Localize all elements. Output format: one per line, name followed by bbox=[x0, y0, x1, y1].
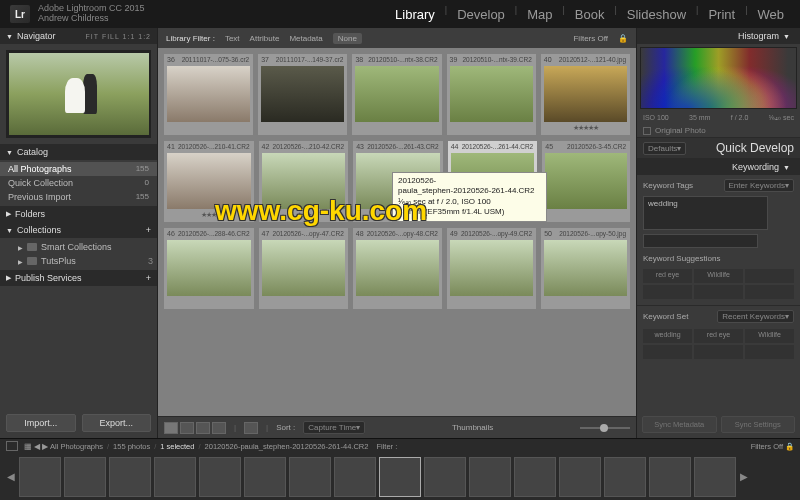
keyword-tags-select[interactable]: Enter Keywords▾ bbox=[724, 179, 794, 192]
filters-off-label[interactable]: Filters Off bbox=[573, 34, 608, 43]
cell-thumbnail[interactable] bbox=[261, 66, 344, 122]
navigator-zoom-controls[interactable]: FIT FILL 1:1 1:2 bbox=[86, 33, 151, 40]
grid-cell[interactable]: 4720120526-...opy-47.CR2 bbox=[259, 228, 348, 309]
keywording-header[interactable]: Keywording ▼ bbox=[637, 159, 800, 175]
cell-rating[interactable]: ★★★ bbox=[261, 210, 347, 220]
back-icon[interactable]: ◀ bbox=[34, 442, 40, 451]
keyword-add-input[interactable] bbox=[643, 234, 758, 248]
filmstrip-filters-off[interactable]: Filters Off bbox=[751, 442, 783, 451]
grid-cell[interactable]: 4520120526-3-45.CR2 bbox=[542, 141, 630, 222]
module-print[interactable]: Print bbox=[702, 5, 741, 24]
thumbnail-grid[interactable]: 3620111017-...075-36.cr23720111017-...14… bbox=[158, 48, 636, 416]
filmstrip-thumb[interactable] bbox=[559, 457, 601, 497]
filmstrip-thumb[interactable] bbox=[244, 457, 286, 497]
lock-icon[interactable]: 🔒 bbox=[618, 34, 628, 43]
grid-cell[interactable]: 4920120526-...opy-49.CR2 bbox=[447, 228, 536, 309]
cell-rating[interactable] bbox=[166, 123, 251, 133]
export-button[interactable]: Export... bbox=[82, 414, 152, 432]
cell-thumbnail[interactable] bbox=[356, 240, 439, 296]
filmstrip-thumb[interactable] bbox=[469, 457, 511, 497]
plus-icon[interactable]: + bbox=[146, 273, 151, 283]
filmstrip-thumb[interactable] bbox=[514, 457, 556, 497]
keyword-suggestion[interactable] bbox=[694, 285, 743, 299]
loupe-view-icon[interactable] bbox=[180, 422, 194, 434]
grid-cell[interactable]: 3620111017-...075-36.cr2 bbox=[164, 54, 253, 135]
cell-thumbnail[interactable] bbox=[355, 66, 438, 122]
checkbox-icon[interactable] bbox=[643, 127, 651, 135]
publish-header[interactable]: ▶ Publish Services + bbox=[0, 270, 157, 286]
module-develop[interactable]: Develop bbox=[451, 5, 511, 24]
sort-select[interactable]: Capture Time▾ bbox=[303, 421, 365, 434]
cell-rating[interactable] bbox=[354, 123, 439, 133]
collection-tutsplus[interactable]: ▶ TutsPlus 3 bbox=[14, 254, 157, 268]
cell-rating[interactable] bbox=[260, 123, 345, 133]
quick-develop-label[interactable]: Quick Develop bbox=[716, 141, 794, 155]
histogram[interactable] bbox=[640, 47, 797, 109]
keyword-set-item[interactable] bbox=[643, 345, 692, 359]
sync-settings-button[interactable]: Sync Settings bbox=[721, 416, 796, 433]
cell-rating[interactable] bbox=[449, 297, 534, 307]
cell-thumbnail[interactable] bbox=[262, 153, 346, 209]
cell-thumbnail[interactable] bbox=[544, 66, 627, 122]
collections-header[interactable]: ▼ Collections + bbox=[0, 222, 157, 238]
cell-thumbnail[interactable] bbox=[450, 66, 533, 122]
defaults-select[interactable]: Defaults▾ bbox=[643, 142, 686, 155]
filmstrip-thumb[interactable] bbox=[379, 457, 421, 497]
filmstrip-thumb[interactable] bbox=[694, 457, 736, 497]
filmstrip-thumbs[interactable]: ◀ ▶ bbox=[0, 453, 800, 500]
sync-metadata-button[interactable]: Sync Metadata bbox=[642, 416, 717, 433]
keyword-set-item[interactable]: wedding bbox=[643, 329, 692, 343]
filmstrip-thumb[interactable] bbox=[604, 457, 646, 497]
cell-rating[interactable]: ★★★ bbox=[166, 210, 252, 220]
lock-icon[interactable]: 🔒 bbox=[785, 442, 794, 451]
histogram-header[interactable]: Histogram ▼ bbox=[637, 28, 800, 44]
module-web[interactable]: Web bbox=[752, 5, 791, 24]
grid-cell[interactable]: 4620120526-...288-46.CR2 bbox=[164, 228, 254, 309]
forward-icon[interactable]: ▶ bbox=[42, 442, 48, 451]
cell-rating[interactable] bbox=[449, 123, 534, 133]
catalog-item-all[interactable]: All Photographs 155 bbox=[0, 162, 157, 176]
keyword-suggestion[interactable]: red eye bbox=[643, 269, 692, 283]
import-button[interactable]: Import... bbox=[6, 414, 76, 432]
grid-cell[interactable]: 3820120510-...ntx-38.CR2 bbox=[352, 54, 441, 135]
filter-attribute[interactable]: Attribute bbox=[250, 34, 280, 43]
keyword-suggestion[interactable] bbox=[745, 285, 794, 299]
keywords-input[interactable] bbox=[643, 196, 768, 230]
filmstrip-source[interactable]: All Photographs bbox=[50, 442, 103, 451]
cell-rating[interactable]: ★★★★★ bbox=[543, 123, 628, 133]
grid-cell[interactable]: 4820120526-...opy-48.CR2 bbox=[353, 228, 442, 309]
cell-thumbnail[interactable] bbox=[167, 240, 251, 296]
filmstrip-thumb[interactable] bbox=[649, 457, 691, 497]
grid-cell[interactable]: 4120120526-...210-41.CR2★★★ bbox=[164, 141, 254, 222]
collection-smart[interactable]: ▶ Smart Collections bbox=[14, 240, 157, 254]
filmstrip-thumb[interactable] bbox=[154, 457, 196, 497]
module-library[interactable]: Library bbox=[389, 5, 441, 24]
keyword-set-item[interactable]: Wildlife bbox=[745, 329, 794, 343]
grid-cell[interactable]: 4020120512-...121-40.jpg★★★★★ bbox=[541, 54, 630, 135]
cell-rating[interactable] bbox=[355, 297, 440, 307]
module-slideshow[interactable]: Slideshow bbox=[621, 5, 692, 24]
catalog-item-previous[interactable]: Previous Import 155 bbox=[0, 190, 157, 204]
grid-cell[interactable]: 3720111017-...149-37.cr2 bbox=[258, 54, 347, 135]
grid-cell[interactable]: 5020120526-...opy-50.jpg bbox=[541, 228, 630, 309]
cell-thumbnail[interactable] bbox=[450, 240, 533, 296]
cell-thumbnail[interactable] bbox=[545, 153, 627, 209]
grid-icon[interactable]: ▦ bbox=[24, 442, 32, 451]
filmstrip-thumb[interactable] bbox=[64, 457, 106, 497]
keyword-set-select[interactable]: Recent Keywords▾ bbox=[717, 310, 794, 323]
filmstrip-prev[interactable]: ◀ bbox=[6, 471, 16, 482]
keyword-set-item[interactable] bbox=[694, 345, 743, 359]
filmstrip-thumb[interactable] bbox=[424, 457, 466, 497]
catalog-item-quick[interactable]: Quick Collection 0 bbox=[0, 176, 157, 190]
filter-none[interactable]: None bbox=[333, 33, 362, 44]
keyword-suggestion[interactable]: Wildlife bbox=[694, 269, 743, 283]
filter-metadata[interactable]: Metadata bbox=[289, 34, 322, 43]
catalog-header[interactable]: ▼ Catalog bbox=[0, 144, 157, 160]
filmstrip-thumb[interactable] bbox=[19, 457, 61, 497]
keyword-set-item[interactable]: red eye bbox=[694, 329, 743, 343]
grid-cell[interactable]: 3920120510-...ntx-39.CR2 bbox=[447, 54, 536, 135]
keyword-set-item[interactable] bbox=[745, 345, 794, 359]
filmstrip-thumb[interactable] bbox=[109, 457, 151, 497]
survey-view-icon[interactable] bbox=[212, 422, 226, 434]
painter-icon[interactable] bbox=[244, 422, 258, 434]
